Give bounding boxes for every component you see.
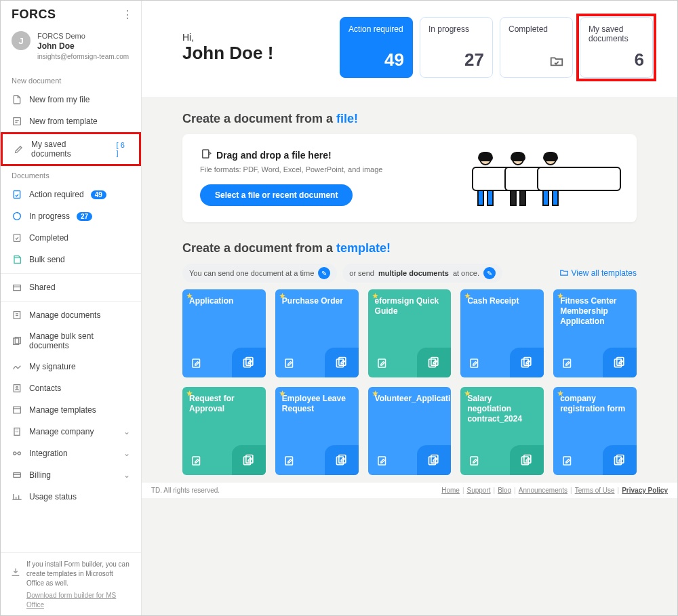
sidebar-item-shared[interactable]: Shared — [1, 276, 141, 298]
file-drop-card[interactable]: Drag and drop a file here! File formats:… — [182, 134, 637, 222]
multi-send-icon[interactable] — [417, 445, 451, 475]
single-send-icon[interactable] — [561, 357, 574, 369]
sidebar-item-completed[interactable]: Completed — [1, 227, 141, 249]
single-send-icon[interactable] — [191, 357, 203, 369]
file-plus-icon — [12, 94, 22, 105]
drop-left: Drag and drop a file here! File formats:… — [200, 148, 444, 206]
hint-multi-pre: or send — [349, 269, 374, 277]
sidebar-item-my-signature[interactable]: My signature — [1, 356, 141, 377]
multi-send-icon[interactable] — [510, 348, 544, 377]
single-send-icon[interactable] — [376, 455, 388, 467]
template-title: company registration form — [560, 394, 630, 414]
sidebar-item-usage-status[interactable]: Usage status — [1, 486, 141, 508]
user-block[interactable]: J FORCS Demo John Doe insights@eformsign… — [1, 26, 141, 71]
greet-name: John Doe ! — [182, 43, 273, 64]
sidebar-item-action-required[interactable]: Action required 49 — [1, 184, 141, 205]
copyright: TD. All rights reserved. — [151, 487, 220, 494]
card-label: Action required — [348, 24, 404, 34]
single-send-icon[interactable] — [191, 455, 203, 467]
template-title: Purchase Order — [282, 296, 352, 306]
card-value: 6 — [589, 49, 644, 70]
sidebar-item-manage-documents[interactable]: Manage documents — [1, 304, 141, 326]
sidebar-item-label: Contacts — [29, 384, 61, 393]
edit-icon: ✎ — [318, 267, 330, 279]
card-completed[interactable]: Completed — [500, 17, 573, 78]
multi-send-icon[interactable] — [603, 445, 637, 475]
svg-rect-9 — [14, 407, 21, 413]
footer-link[interactable]: Home — [441, 487, 460, 494]
sidebar-item-integration[interactable]: Integration ⌄ — [1, 443, 141, 464]
title-prefix: Create a document from a — [182, 112, 336, 125]
template-card[interactable]: ★Cash Receipt — [460, 289, 544, 377]
select-file-button[interactable]: Select a file or recent document — [200, 184, 353, 206]
multi-send-icon[interactable] — [417, 348, 451, 377]
app-root: FORCS ⋮ J FORCS Demo John Doe insights@e… — [0, 0, 678, 616]
svg-rect-10 — [14, 428, 20, 436]
progress-icon — [12, 211, 22, 222]
sidebar-item-label: New from template — [29, 117, 98, 126]
card-action-required[interactable]: Action required 49 — [340, 17, 413, 78]
template-card[interactable]: ★eformsign Quick Guide — [368, 289, 452, 377]
template-card[interactable]: ★Purchase Order — [275, 289, 359, 377]
footer-links: Home|Support|Blog|Announcements|Terms of… — [441, 487, 668, 494]
user-name: John Doe — [37, 41, 129, 52]
multi-send-icon[interactable] — [325, 348, 359, 377]
download-form-builder-link[interactable]: Download form builder for MS Office — [26, 591, 132, 610]
sidebar-item-bulk-send[interactable]: Bulk send — [1, 249, 141, 270]
sidebar-item-contacts[interactable]: Contacts — [1, 377, 141, 399]
sidebar-item-my-saved-documents[interactable]: My saved documents [ 6 ] — [1, 132, 141, 166]
multi-edit-icon: ✎ — [483, 267, 496, 279]
sidebar-item-billing[interactable]: Billing ⌄ — [1, 464, 141, 486]
sidebar-item-manage-templates[interactable]: Manage templates — [1, 399, 141, 421]
action-required-icon — [12, 189, 22, 200]
multi-send-icon[interactable] — [603, 348, 637, 377]
card-my-saved-documents[interactable]: My saved documents 6 — [580, 17, 653, 78]
footer-link[interactable]: Announcements — [519, 487, 567, 494]
sidebar-item-label: Action required — [29, 190, 84, 199]
single-send-icon[interactable] — [283, 357, 296, 369]
template-card[interactable]: ★Employee Leave Request — [275, 387, 359, 475]
card-label: My saved documents — [589, 24, 644, 43]
template-card[interactable]: ★Fitness Center Membership Application — [553, 289, 637, 377]
card-value: 49 — [348, 49, 404, 70]
hint-row: You can send one document at a time ✎ or… — [182, 264, 637, 283]
stat-cards: Action required 49 In progress 27 Comple… — [340, 17, 653, 78]
footer-privacy-link[interactable]: Privacy Policy — [622, 487, 668, 494]
sidebar-bottom-promo: If you install Form builder, you can cre… — [1, 552, 141, 615]
footer-link[interactable]: Terms of Use — [575, 487, 615, 494]
separator: | — [462, 487, 464, 494]
single-send-icon[interactable] — [376, 357, 388, 369]
more-menu-icon[interactable]: ⋮ — [122, 8, 133, 21]
template-card[interactable]: ★Salary negotiation contract_2024 — [460, 387, 544, 475]
card-in-progress[interactable]: In progress 27 — [420, 17, 493, 78]
card-value: 27 — [428, 49, 484, 70]
sidebar-item-manage-company[interactable]: Manage company ⌄ — [1, 421, 141, 443]
usage-icon — [12, 491, 22, 502]
sidebar-item-new-from-template[interactable]: New from template — [1, 110, 141, 132]
multi-send-icon[interactable] — [232, 445, 266, 475]
sidebar-item-new-from-file[interactable]: New from my file — [1, 89, 141, 110]
template-card[interactable]: ★Volunteer_Application_Form — [368, 387, 452, 475]
footer-link[interactable]: Support — [467, 487, 491, 494]
sidebar-item-manage-bulk-sent[interactable]: Manage bulk sent documents — [1, 326, 141, 356]
single-send-icon[interactable] — [468, 455, 481, 467]
star-icon: ★ — [279, 390, 285, 397]
view-all-templates-link[interactable]: View all templates — [559, 268, 637, 279]
single-send-icon[interactable] — [468, 357, 481, 369]
sidebar-item-in-progress[interactable]: In progress 27 — [1, 205, 141, 227]
star-icon: ★ — [186, 390, 193, 397]
completed-icon — [12, 232, 22, 243]
template-title: eformsign Quick Guide — [375, 296, 445, 316]
template-card[interactable]: ★Request for Approval — [182, 387, 266, 475]
multi-send-icon[interactable] — [325, 445, 359, 475]
bulk-send-icon — [12, 254, 22, 265]
template-card[interactable]: ★company registration form — [553, 387, 637, 475]
single-send-icon[interactable] — [561, 455, 574, 467]
footer-link[interactable]: Blog — [498, 487, 511, 494]
template-card[interactable]: ★Application — [182, 289, 266, 377]
multi-send-icon[interactable] — [510, 445, 544, 475]
single-send-icon[interactable] — [283, 455, 296, 467]
sidebar-item-label: Shared — [29, 283, 56, 292]
multi-send-icon[interactable] — [232, 348, 266, 377]
separator: | — [494, 487, 496, 494]
